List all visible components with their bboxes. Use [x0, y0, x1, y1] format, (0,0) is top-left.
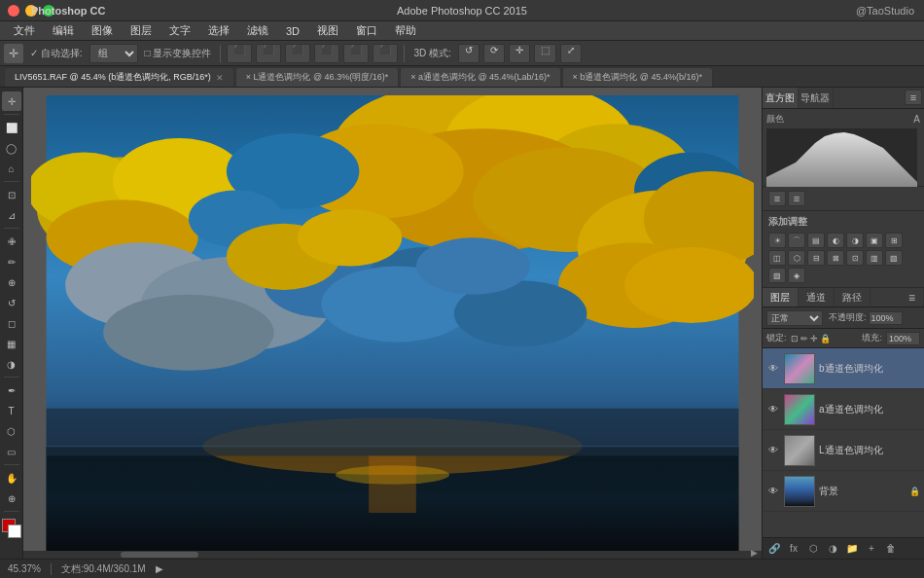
- align-left-btn[interactable]: ⬛: [227, 44, 252, 63]
- scroll-arrow[interactable]: ▶: [751, 548, 758, 558]
- new-adjustment-btn[interactable]: ◑: [825, 541, 840, 557]
- adj-brightness[interactable]: ☀: [768, 233, 786, 248]
- tab-1[interactable]: LIV5651.RAF @ 45.4% (b通道色调均化, RGB/16*) ✕: [4, 67, 234, 87]
- wand-tool[interactable]: ⌂: [2, 159, 21, 178]
- 3d-scale-btn[interactable]: ⤢: [560, 44, 582, 63]
- align-top-btn[interactable]: ⬛: [314, 44, 339, 63]
- text-tool[interactable]: T: [2, 401, 21, 420]
- tab-histogram[interactable]: 直方图: [763, 88, 799, 108]
- adj-channel-mixer[interactable]: ⊟: [807, 250, 825, 266]
- new-layer-btn[interactable]: +: [864, 541, 879, 557]
- tab-4[interactable]: × b通道色调均化 @ 45.4%(b/16)*: [562, 67, 713, 87]
- layer-visibility-b[interactable]: 👁: [766, 362, 780, 376]
- layer-visibility-bg[interactable]: 👁: [766, 485, 780, 498]
- brush-tool[interactable]: ✏: [2, 252, 21, 271]
- path-tool[interactable]: ⬡: [2, 421, 21, 441]
- gradient-tool[interactable]: ▦: [2, 334, 21, 353]
- crop-tool[interactable]: ⊡: [2, 185, 21, 204]
- lock-move[interactable]: ✛: [810, 334, 818, 343]
- adj-curves[interactable]: ⌒: [788, 233, 805, 248]
- link-layers-btn[interactable]: 🔗: [766, 541, 782, 557]
- menu-edit[interactable]: 编辑: [45, 21, 82, 40]
- adj-color-balance[interactable]: ⊞: [885, 233, 903, 248]
- menu-layer[interactable]: 图层: [123, 21, 160, 40]
- 3d-rotate-btn[interactable]: ↺: [458, 44, 480, 63]
- adj-gradient-map[interactable]: ▨: [768, 268, 786, 283]
- lock-paint[interactable]: ✏: [800, 334, 808, 343]
- tab-3[interactable]: × a通道色调均化 @ 45.4%(Lab/16)*: [400, 67, 560, 87]
- tab-channels[interactable]: 通道: [799, 288, 835, 307]
- menu-window[interactable]: 窗口: [348, 21, 385, 40]
- clone-tool[interactable]: ⊕: [2, 272, 21, 292]
- hand-tool[interactable]: ✋: [2, 468, 21, 488]
- pen-tool[interactable]: ✒: [2, 380, 21, 400]
- close-button[interactable]: [8, 5, 19, 17]
- zoom-tool[interactable]: ⊕: [2, 488, 21, 508]
- marquee-tool[interactable]: ⬜: [2, 118, 21, 137]
- opacity-input[interactable]: [869, 311, 903, 325]
- lock-all[interactable]: 🔒: [820, 334, 831, 343]
- eraser-tool[interactable]: ◻: [2, 313, 21, 333]
- lock-transparent[interactable]: ⊡: [791, 334, 799, 343]
- adj-selective-color[interactable]: ◈: [788, 268, 805, 283]
- blend-mode-select[interactable]: 正常 正片叠底 滤色: [766, 310, 823, 326]
- delete-layer-btn[interactable]: 🗑: [883, 541, 899, 557]
- adj-vibrance[interactable]: ▣: [866, 233, 883, 248]
- move-tool[interactable]: ✛: [2, 91, 21, 111]
- layer-visibility-a[interactable]: 👁: [766, 403, 780, 416]
- tab-layers[interactable]: 图层: [763, 288, 799, 307]
- panel-menu-btn[interactable]: ≡: [905, 90, 922, 105]
- scroll-thumb[interactable]: [121, 552, 198, 558]
- adj-color-lookup[interactable]: ⊠: [827, 250, 844, 266]
- file-info-arrow[interactable]: ▶: [156, 563, 163, 574]
- history-brush-tool[interactable]: ↺: [2, 293, 21, 312]
- eyedropper-tool[interactable]: ⊿: [2, 205, 21, 225]
- adj-exposure[interactable]: ◐: [827, 233, 844, 248]
- align-right-btn[interactable]: ⬛: [285, 44, 310, 63]
- move-tool-option[interactable]: ✛: [4, 44, 23, 63]
- layer-item-l-channel[interactable]: 👁 L通道色调均化: [763, 430, 924, 471]
- add-mask-btn[interactable]: ⬡: [805, 541, 821, 557]
- dodge-tool[interactable]: ◑: [2, 354, 21, 374]
- background-color[interactable]: [8, 524, 21, 538]
- panel-btn-1[interactable]: ≡: [768, 191, 786, 206]
- align-bottom-btn[interactable]: ⬛: [373, 44, 398, 63]
- layers-panel-menu[interactable]: ≡: [901, 288, 924, 307]
- canvas-scrollbar[interactable]: ▶: [23, 551, 762, 559]
- color-swatches[interactable]: [2, 519, 21, 538]
- auto-select-type[interactable]: 组 图层: [89, 44, 138, 63]
- adj-photo-filter[interactable]: ⬡: [788, 250, 805, 266]
- 3d-roll-btn[interactable]: ⟳: [483, 44, 505, 63]
- adj-posterize[interactable]: ▥: [866, 250, 883, 266]
- canvas-image[interactable]: [31, 95, 754, 551]
- 3d-pan-btn[interactable]: ✛: [509, 44, 530, 63]
- menu-image[interactable]: 图像: [84, 21, 121, 40]
- layer-item-background[interactable]: 👁 背景 🔒: [763, 471, 924, 512]
- menu-view[interactable]: 视图: [309, 21, 346, 40]
- align-center-btn[interactable]: ⬛: [256, 44, 281, 63]
- tab-1-close[interactable]: ✕: [216, 73, 224, 83]
- 3d-slide-btn[interactable]: ⬚: [534, 44, 556, 63]
- menu-help[interactable]: 帮助: [387, 21, 424, 40]
- fill-input[interactable]: [886, 332, 920, 345]
- menu-text[interactable]: 文字: [161, 21, 198, 40]
- adj-invert[interactable]: ⊡: [846, 250, 864, 266]
- add-fx-btn[interactable]: fx: [786, 541, 801, 557]
- adj-threshold[interactable]: ▧: [885, 250, 903, 266]
- adj-levels[interactable]: ▤: [807, 233, 825, 248]
- adj-hue[interactable]: ◑: [846, 233, 864, 248]
- tab-navigator[interactable]: 导航器: [799, 88, 835, 108]
- new-group-btn[interactable]: 📁: [844, 541, 860, 557]
- tab-paths[interactable]: 路径: [835, 288, 871, 307]
- adj-black-white[interactable]: ◫: [768, 250, 786, 266]
- menu-select[interactable]: 选择: [200, 21, 237, 40]
- lasso-tool[interactable]: ◯: [2, 138, 21, 158]
- menu-3d[interactable]: 3D: [278, 23, 307, 39]
- layer-item-b-channel[interactable]: 👁 b通道色调均化: [763, 348, 924, 389]
- tab-2[interactable]: × L通道色调均化 @ 46.3%(明度/16)*: [235, 67, 399, 87]
- menu-filter[interactable]: 滤镜: [239, 21, 276, 40]
- layer-visibility-l[interactable]: 👁: [766, 444, 780, 457]
- panel-btn-2[interactable]: ≡: [788, 191, 805, 206]
- heal-tool[interactable]: ✙: [2, 232, 21, 251]
- shape-tool[interactable]: ▭: [2, 442, 21, 461]
